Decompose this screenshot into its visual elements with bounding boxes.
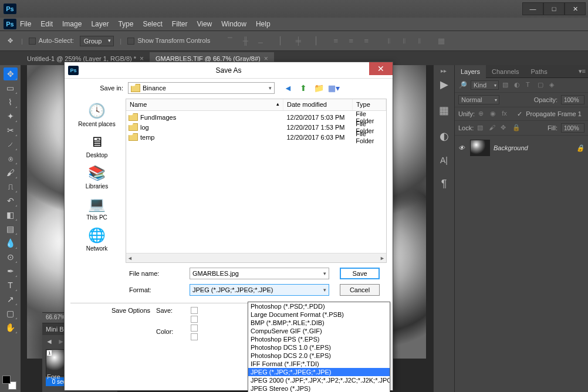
menu-view[interactable]: View: [192, 18, 217, 30]
smart-filter-icon[interactable]: ◈: [549, 81, 557, 89]
shape-filter-icon[interactable]: ▢: [538, 81, 546, 89]
auto-select-checkbox[interactable]: Auto-Select:: [29, 37, 74, 45]
swatches-icon[interactable]: ▦: [439, 104, 449, 117]
history-brush-tool[interactable]: ↶: [4, 194, 18, 207]
blur-tool[interactable]: 💧: [4, 236, 18, 249]
opacity-input[interactable]: 100%: [561, 95, 584, 104]
new-folder-icon[interactable]: 📁: [312, 82, 325, 94]
magic-wand-tool[interactable]: ✦: [4, 110, 18, 123]
option-checkbox[interactable]: [191, 316, 198, 323]
menu-image[interactable]: Image: [58, 18, 86, 30]
expand-icon[interactable]: ▸▸: [433, 65, 454, 76]
place-recent-places[interactable]: 🕓Recent places: [70, 100, 123, 130]
layer-thumbnail[interactable]: [470, 140, 490, 156]
menu-window[interactable]: Window: [217, 18, 251, 30]
adjustments-icon[interactable]: ◐: [440, 130, 449, 143]
file-row[interactable]: temp12/20/2017 6:03 PMFile Folder: [126, 132, 386, 142]
distribute-icon[interactable]: ≡: [360, 36, 372, 46]
forward-icon[interactable]: ►: [58, 337, 65, 346]
auto-select-dropdown[interactable]: Group: [80, 36, 114, 46]
brush-tool[interactable]: 🖌: [4, 166, 18, 179]
format-option[interactable]: Photoshop DCS 2.0 (*.EPS): [248, 352, 390, 360]
distribute-icon[interactable]: ⦀: [398, 36, 410, 46]
move-tool[interactable]: ✥: [4, 67, 18, 80]
distribute-icon[interactable]: ⦀: [413, 36, 425, 46]
place-network[interactable]: 🌐Network: [70, 224, 123, 254]
type-filter-icon[interactable]: T: [526, 81, 534, 89]
format-option[interactable]: JPEG (*.JPG;*.JPEG;*.JPE): [248, 368, 390, 376]
arrange-icon[interactable]: ▦: [435, 36, 447, 46]
file-row[interactable]: FundImages12/20/2017 5:03 PMFile Folder: [126, 112, 386, 122]
save-button[interactable]: Save: [340, 268, 380, 279]
transform-checkbox[interactable]: Show Transform Controls: [127, 37, 210, 45]
menu-edit[interactable]: Edit: [36, 18, 58, 30]
lasso-tool[interactable]: ⌇: [4, 96, 18, 109]
filter-kind-dropdown[interactable]: Kind: [471, 80, 499, 90]
place-this-pc[interactable]: 💻This PC: [70, 193, 123, 223]
color-swatches[interactable]: [2, 376, 16, 390]
hand-tool[interactable]: ✋: [4, 321, 18, 334]
panel-menu-icon[interactable]: ▾≡: [579, 67, 586, 75]
align-left-icon[interactable]: ▏: [277, 36, 289, 46]
option-checkbox[interactable]: [191, 307, 198, 314]
cancel-button[interactable]: Cancel: [340, 284, 380, 296]
name-column[interactable]: Name ▴: [126, 99, 283, 110]
filename-input[interactable]: GMARBLES.jpg: [190, 268, 329, 279]
align-right-icon[interactable]: ▕: [307, 36, 319, 46]
fill-input[interactable]: 100%: [561, 123, 584, 133]
align-hcenter-icon[interactable]: ╪: [292, 36, 304, 46]
layer-name[interactable]: Background: [494, 144, 528, 151]
pen-tool[interactable]: ✒: [4, 265, 18, 278]
type-tool[interactable]: T: [4, 279, 18, 292]
layers-tab[interactable]: Layers: [455, 65, 486, 78]
dialog-header[interactable]: Ps Save As ✕: [65, 62, 393, 79]
play-icon[interactable]: ▶: [440, 78, 448, 91]
channels-tab[interactable]: Channels: [486, 65, 525, 78]
up-icon[interactable]: ⬆: [297, 82, 310, 94]
file-row[interactable]: log12/20/2017 1:53 PMFile Folder: [126, 122, 386, 132]
adjustment-filter-icon[interactable]: ◐: [514, 81, 522, 89]
format-option[interactable]: Photoshop (*.PSD;*.PDD): [248, 302, 390, 310]
unify-visibility-icon[interactable]: ◉: [490, 110, 498, 118]
back-icon[interactable]: ◄: [282, 82, 295, 94]
distribute-icon[interactable]: ≡: [330, 36, 342, 46]
format-option[interactable]: IFF Format (*.IFF;*.TDI): [248, 360, 390, 368]
menu-help[interactable]: Help: [251, 18, 275, 30]
horizontal-scrollbar[interactable]: ◄►: [126, 253, 386, 262]
menu-select[interactable]: Select: [138, 18, 167, 30]
dodge-tool[interactable]: ⊙: [4, 251, 18, 263]
back-icon[interactable]: ◄: [46, 337, 53, 346]
gradient-tool[interactable]: ▤: [4, 222, 18, 235]
shape-tool[interactable]: ▢: [4, 307, 18, 320]
crop-tool[interactable]: ✂: [4, 124, 18, 137]
distribute-icon[interactable]: ≡: [345, 36, 357, 46]
path-tool[interactable]: ↗: [4, 293, 18, 306]
format-option[interactable]: CompuServe GIF (*.GIF): [248, 327, 390, 335]
paragraph-icon[interactable]: ¶: [441, 178, 447, 190]
distribute-icon[interactable]: ⦀: [383, 36, 394, 46]
menu-layer[interactable]: Layer: [86, 18, 113, 30]
format-option[interactable]: JPEG Stereo (*.JPS): [248, 384, 390, 392]
place-desktop[interactable]: 🖥Desktop: [70, 131, 123, 161]
format-dropdown[interactable]: JPEG (*.JPG;*.JPEG;*.JPE): [190, 284, 329, 296]
option-checkbox[interactable]: [191, 325, 198, 332]
maximize-button[interactable]: □: [543, 2, 565, 15]
save-in-dropdown[interactable]: Binance: [128, 82, 275, 94]
lock-all-icon[interactable]: 🔒: [512, 124, 521, 132]
minimize-button[interactable]: —: [522, 2, 543, 15]
menu-file[interactable]: File: [19, 18, 36, 30]
format-option[interactable]: Photoshop EPS (*.EPS): [248, 335, 390, 343]
visibility-icon[interactable]: 👁: [458, 144, 467, 151]
unify-position-icon[interactable]: ⊕: [478, 110, 486, 118]
align-bottom-icon[interactable]: ⎽: [255, 36, 266, 46]
dialog-close-button[interactable]: ✕: [369, 62, 393, 75]
stamp-tool[interactable]: ⎍: [4, 180, 18, 193]
format-option[interactable]: JPEG 2000 (*.JPF;*.JPX;*.JP2;*.J2C;*.J2K…: [248, 376, 390, 384]
eraser-tool[interactable]: ◧: [4, 208, 18, 221]
paths-tab[interactable]: Paths: [525, 65, 553, 78]
type-column[interactable]: Type: [353, 99, 386, 110]
unify-style-icon[interactable]: fx: [502, 110, 510, 118]
lock-brush-icon[interactable]: 🖌: [489, 124, 497, 132]
format-option[interactable]: BMP (*.BMP;*.RLE;*.DIB): [248, 319, 390, 327]
align-vcenter-icon[interactable]: ╫: [239, 36, 251, 46]
